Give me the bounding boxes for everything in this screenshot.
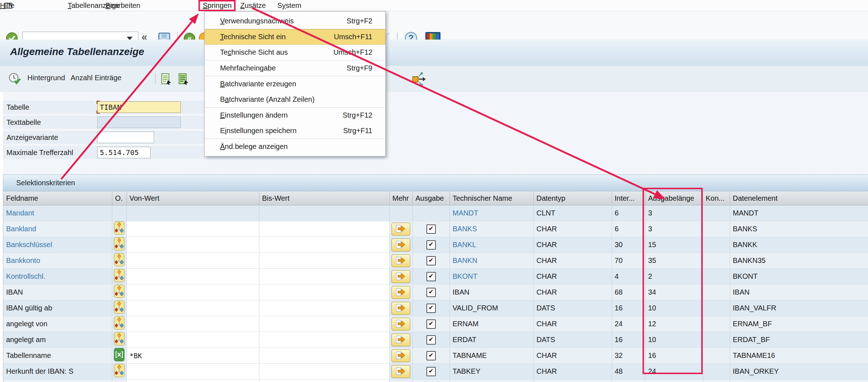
mehr-cell[interactable] (389, 221, 412, 237)
selection-option-icon[interactable] (114, 308, 125, 315)
mehr-cell[interactable] (389, 237, 412, 253)
column-header-inter[interactable]: Inter... (612, 191, 645, 205)
selection-option-icon[interactable] (114, 244, 125, 252)
bis-wert-input[interactable] (259, 316, 389, 332)
ausgabe-cell[interactable]: ✔ (412, 285, 449, 300)
column-header-datenelement[interactable]: Datenelement (730, 191, 868, 205)
bis-wert-input[interactable] (259, 364, 389, 379)
bis-wert-input[interactable] (259, 348, 389, 364)
output-checkbox[interactable]: ✔ (426, 335, 436, 345)
select-list-icon[interactable] (161, 73, 173, 87)
field-name[interactable]: Kontrollschl. (3, 269, 112, 285)
menubar-item-springen[interactable]: Springen (199, 1, 235, 10)
field-name[interactable]: angelegt am (3, 332, 112, 348)
option-cell[interactable] (112, 237, 126, 253)
mehr-cell[interactable] (389, 364, 412, 379)
multiple-selection-button[interactable] (392, 238, 410, 251)
output-checkbox[interactable]: ✔ (426, 367, 436, 376)
mehr-cell[interactable] (389, 300, 412, 316)
expand-all-icon[interactable] (410, 72, 426, 88)
multiple-selection-button[interactable] (392, 254, 410, 267)
bis-wert-input[interactable] (259, 253, 389, 269)
multiple-selection-button[interactable] (392, 349, 410, 362)
field-name[interactable]: Tabellenname (3, 348, 112, 364)
von-wert-input[interactable] (126, 285, 259, 300)
execute-background-icon[interactable] (8, 72, 22, 87)
selection-option-icon[interactable] (114, 323, 125, 331)
ausgabe-cell[interactable]: ✔ (412, 348, 449, 364)
form-field-tabelle[interactable]: TIBAN (97, 101, 181, 113)
selection-option-icon[interactable] (114, 228, 125, 236)
multiple-selection-button[interactable] (392, 333, 410, 346)
ausgabe-cell[interactable]: ✔ (412, 269, 449, 285)
bis-wert-input[interactable] (259, 269, 389, 285)
field-name[interactable]: Bankschlüssel (3, 237, 112, 253)
technical-name[interactable]: BKONT (449, 269, 533, 285)
technical-name[interactable]: BANKL (449, 237, 533, 253)
output-checkbox[interactable]: ✔ (426, 240, 436, 250)
mehr-cell[interactable] (389, 285, 412, 300)
mehr-cell[interactable] (389, 316, 412, 332)
column-header-technischer-name[interactable]: Technischer Name (449, 191, 533, 205)
technical-name[interactable]: ERDAT (449, 332, 533, 348)
menu-item-verwendungsnachweis[interactable]: VerwendungsnachweisStrg+F2 (205, 13, 385, 29)
option-cell[interactable] (112, 316, 126, 332)
selection-option-icon[interactable] (114, 276, 125, 284)
output-checkbox[interactable]: ✔ (426, 272, 436, 281)
technical-name[interactable]: IBAN (449, 285, 533, 300)
field-name[interactable]: IBAN (3, 285, 112, 300)
field-name[interactable]: Herkunft der IBAN: S (3, 364, 112, 379)
column-header-bis-wert[interactable]: Bis-Wert (259, 191, 389, 205)
column-header-mehr[interactable]: Mehr (389, 191, 412, 205)
mehr-cell[interactable] (389, 269, 412, 285)
von-wert-input[interactable] (126, 269, 259, 285)
menu-item-technische-sicht-aus[interactable]: Technische Sicht ausUmsch+F12 (205, 45, 385, 60)
menubar-item-hilfe[interactable]: Hilfe (0, 0, 14, 10)
ausgabe-cell[interactable]: ✔ (412, 332, 449, 348)
background-button[interactable]: Hintergrund (27, 74, 65, 82)
form-field-anzeigevariante[interactable] (97, 132, 154, 143)
multiple-selection-button[interactable] (392, 286, 410, 299)
column-header-datentyp[interactable]: Datentyp (533, 191, 612, 205)
option-cell[interactable] (112, 300, 126, 316)
option-cell[interactable] (112, 332, 126, 348)
bis-wert-input[interactable] (259, 221, 389, 237)
field-name[interactable]: angelegt von (3, 316, 112, 332)
technical-name[interactable]: TABKEY (449, 364, 533, 379)
menubar-item-bearbeiten[interactable]: Bearbeiten (106, 0, 140, 10)
mehr-cell[interactable] (389, 348, 412, 364)
column-header-ausgabe[interactable]: Ausgabe (412, 191, 449, 205)
menu-item-einstellungen-ndern[interactable]: Einstellungen ändernStrg+F12 (205, 108, 385, 123)
entry-count-button[interactable]: Anzahl Einträge (71, 74, 121, 82)
selection-option-icon[interactable] (114, 371, 125, 379)
bis-wert-input[interactable] (259, 332, 389, 348)
menubar-item-system[interactable]: System (277, 0, 301, 10)
column-header-von-wert[interactable]: Von-Wert (126, 191, 259, 205)
technical-name[interactable]: MANDT (449, 205, 533, 221)
field-name[interactable]: IBAN gültig ab (3, 300, 112, 316)
option-cell[interactable] (112, 253, 126, 269)
multiple-selection-button[interactable] (392, 302, 410, 315)
selection-option-icon[interactable] (114, 339, 125, 347)
bis-wert-input[interactable] (259, 285, 389, 300)
option-cell[interactable] (112, 285, 126, 300)
select-list-alt-icon[interactable] (178, 73, 190, 87)
menu-item-mehrfacheingabe[interactable]: MehrfacheingabeStrg+F9 (205, 60, 385, 76)
output-checkbox[interactable]: ✔ (426, 288, 436, 297)
exclude-option-icon[interactable] (114, 355, 125, 363)
menu-item-nd-belege-anzeigen[interactable]: Änd.belege anzeigen (205, 139, 385, 154)
option-cell[interactable] (112, 348, 126, 364)
von-wert-input[interactable] (126, 332, 259, 348)
field-name[interactable]: Mandant (3, 205, 112, 221)
technical-name[interactable]: ERNAM (449, 316, 533, 332)
menu-item-batchvariante-erzeugen[interactable]: Batchvariante erzeugen (205, 76, 385, 92)
ausgabe-cell[interactable]: ✔ (412, 316, 449, 332)
technical-name[interactable]: BANKS (449, 221, 533, 237)
ausgabe-cell[interactable]: ✔ (412, 253, 449, 269)
mehr-cell[interactable] (389, 253, 412, 269)
technical-name[interactable]: BANKN (449, 253, 533, 269)
von-wert-input[interactable] (126, 221, 259, 237)
ausgabe-cell[interactable]: ✔ (412, 364, 449, 379)
von-wert-input[interactable] (126, 237, 259, 253)
selection-option-icon[interactable] (114, 260, 125, 268)
